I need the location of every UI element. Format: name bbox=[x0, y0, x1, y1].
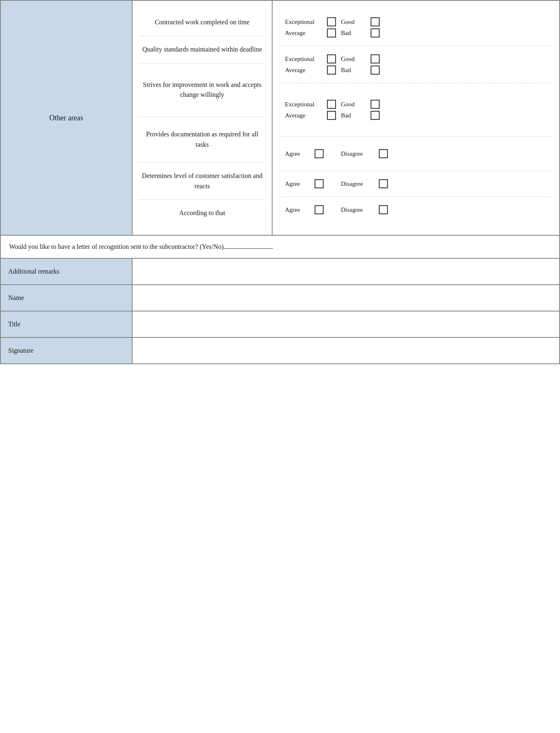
average-label: Average bbox=[285, 30, 322, 37]
name-row: Name bbox=[0, 285, 560, 311]
checkbox-disagree-documentation[interactable] bbox=[379, 149, 388, 158]
criteria-contracted: Contracted work completed on time bbox=[139, 9, 266, 36]
title-label-cell: Title bbox=[0, 311, 132, 337]
exceptional-good-row: Exceptional Good bbox=[285, 17, 547, 26]
exceptional-good-row-improvement: Exceptional Good bbox=[285, 100, 547, 109]
title-row: Title bbox=[0, 311, 560, 337]
criteria-area: Contracted work completed on time Qualit… bbox=[139, 9, 266, 227]
criteria-documentation: Provides documentation as required for a… bbox=[139, 117, 266, 163]
additional-remarks-label-cell: Additional remarks bbox=[0, 258, 132, 285]
rating-documentation: Agree Disagree bbox=[281, 137, 551, 171]
additional-remarks-value-cell bbox=[132, 258, 560, 285]
other-areas-text: Other areas bbox=[49, 114, 83, 122]
additional-remarks-label: Additional remarks bbox=[8, 268, 59, 275]
checkbox-agree-according[interactable] bbox=[315, 205, 324, 214]
rating-according: Agree Disagree bbox=[281, 197, 551, 222]
exc-good-quality: Exceptional Good Average Bad bbox=[285, 54, 547, 75]
signature-row: Signature bbox=[0, 337, 560, 364]
good-label: Good bbox=[341, 19, 366, 26]
average-label-quality: Average bbox=[285, 67, 322, 74]
checkbox-exceptional-quality[interactable] bbox=[327, 54, 336, 63]
checkbox-average-contracted[interactable] bbox=[327, 28, 336, 37]
checkbox-agree-documentation[interactable] bbox=[315, 149, 324, 158]
checkbox-bad-improvement[interactable] bbox=[371, 111, 380, 120]
agree-label-customer: Agree bbox=[285, 180, 310, 187]
exceptional-label-improvement: Exceptional bbox=[285, 101, 322, 108]
rating-contracted: Exceptional Good Average Bad bbox=[281, 9, 551, 46]
rating-improvement: Exceptional Good Average Bad bbox=[281, 83, 551, 137]
average-bad-row-improvement: Average Bad bbox=[285, 111, 547, 120]
disagree-label-documentation: Disagree bbox=[341, 150, 374, 157]
criteria-improvement: Strives for improvement in work and acce… bbox=[139, 63, 266, 117]
additional-remarks-row: Additional remarks bbox=[0, 258, 560, 285]
criteria-quality: Quality standards maintained within dead… bbox=[139, 36, 266, 63]
exceptional-good-row-quality: Exceptional Good bbox=[285, 54, 547, 63]
disagree-label-customer: Disagree bbox=[341, 180, 374, 187]
recognition-blank bbox=[224, 248, 273, 249]
agree-label-documentation: Agree bbox=[285, 150, 310, 157]
checkbox-disagree-according[interactable] bbox=[379, 205, 388, 214]
checkbox-bad-contracted[interactable] bbox=[371, 28, 380, 37]
average-bad-row-quality: Average Bad bbox=[285, 66, 547, 75]
disagree-label-according: Disagree bbox=[341, 206, 374, 213]
checkbox-good-improvement[interactable] bbox=[371, 100, 380, 109]
checkbox-average-improvement[interactable] bbox=[327, 111, 336, 120]
title-value-cell bbox=[132, 311, 560, 337]
checkbox-bad-quality[interactable] bbox=[371, 66, 380, 75]
criteria-cell: Contracted work completed on time Qualit… bbox=[132, 0, 272, 235]
average-bad-row: Average Bad bbox=[285, 28, 547, 37]
recognition-cell: Would you like to have a letter of recog… bbox=[0, 235, 560, 258]
signature-label-cell: Signature bbox=[0, 337, 132, 364]
agree-disagree-documentation: Agree Disagree bbox=[285, 149, 547, 158]
ratings-col: Exceptional Good Average Bad bbox=[281, 9, 551, 222]
good-label-improvement: Good bbox=[341, 101, 366, 108]
agree-label-according: Agree bbox=[285, 206, 310, 213]
checkbox-exceptional-contracted[interactable] bbox=[327, 17, 336, 26]
agree-disagree-according: Agree Disagree bbox=[285, 205, 547, 214]
criteria-customer: Determines level of customer satisfactio… bbox=[139, 163, 266, 200]
exc-good-improvement: Exceptional Good Average Bad bbox=[285, 100, 547, 120]
agree-disagree-customer: Agree Disagree bbox=[285, 179, 547, 188]
signature-value-cell bbox=[132, 337, 560, 364]
rating-customer: Agree Disagree bbox=[281, 171, 551, 197]
checkbox-good-quality[interactable] bbox=[371, 54, 380, 63]
title-label: Title bbox=[8, 321, 21, 328]
name-label: Name bbox=[8, 294, 24, 301]
checkbox-agree-customer[interactable] bbox=[315, 179, 324, 188]
recognition-text: Would you like to have a letter of recog… bbox=[9, 243, 224, 250]
name-label-cell: Name bbox=[0, 285, 132, 311]
bad-label-quality: Bad bbox=[341, 67, 366, 74]
rating-quality: Exceptional Good Average Bad bbox=[281, 46, 551, 83]
recognition-row: Would you like to have a letter of recog… bbox=[0, 235, 560, 258]
signature-label: Signature bbox=[8, 347, 33, 354]
other-areas-row: Other areas Contracted work completed on… bbox=[0, 0, 560, 235]
criteria-according: According to that bbox=[139, 200, 266, 227]
checkbox-exceptional-improvement[interactable] bbox=[327, 100, 336, 109]
checkbox-disagree-customer[interactable] bbox=[379, 179, 388, 188]
bad-label: Bad bbox=[341, 30, 366, 37]
exc-good-contracted: Exceptional Good Average Bad bbox=[285, 17, 547, 37]
average-label-improvement: Average bbox=[285, 112, 322, 119]
checkbox-average-quality[interactable] bbox=[327, 66, 336, 75]
good-label-quality: Good bbox=[341, 56, 366, 63]
ratings-cell: Exceptional Good Average Bad bbox=[272, 0, 560, 235]
exceptional-label: Exceptional bbox=[285, 19, 322, 26]
checkbox-good-contracted[interactable] bbox=[371, 17, 380, 26]
exceptional-label-quality: Exceptional bbox=[285, 56, 322, 63]
other-areas-label: Other areas bbox=[0, 0, 132, 235]
bad-label-improvement: Bad bbox=[341, 112, 366, 119]
page: Other areas Contracted work completed on… bbox=[0, 0, 560, 733]
name-value-cell bbox=[132, 285, 560, 311]
main-table: Other areas Contracted work completed on… bbox=[0, 0, 560, 364]
